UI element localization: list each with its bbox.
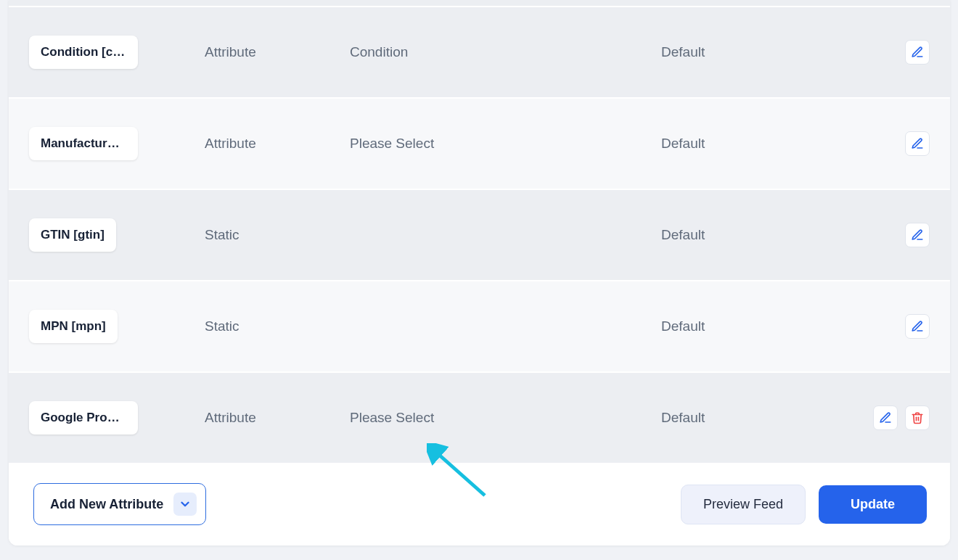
delete-button[interactable] xyxy=(905,405,930,430)
attribute-label-chip: MPN [mpn] xyxy=(29,310,118,343)
pencil-icon xyxy=(911,137,924,150)
attribute-label-chip: Google Product Category xyxy=(29,401,138,435)
mapping-value: Please Select xyxy=(350,410,661,426)
trash-icon xyxy=(911,411,924,424)
source-type: Attribute xyxy=(205,410,350,426)
mapping-value: Condition xyxy=(350,44,661,60)
add-new-attribute-button[interactable]: Add New Attribute xyxy=(33,483,206,525)
attributes-panel: Condition [condition] Attribute Conditio… xyxy=(9,0,950,545)
pencil-icon xyxy=(911,46,924,59)
attribute-label-chip: GTIN [gtin] xyxy=(29,218,116,252)
attribute-row: GTIN [gtin] Static Default xyxy=(9,190,950,281)
source-type: Attribute xyxy=(205,44,350,60)
source-type: Static xyxy=(205,318,350,334)
pencil-icon xyxy=(911,228,924,242)
edit-button[interactable] xyxy=(905,131,930,156)
edit-button[interactable] xyxy=(873,405,898,430)
mapping-value: Please Select xyxy=(350,136,661,152)
edit-button[interactable] xyxy=(905,223,930,247)
attribute-label-chip: Manufacturer Name xyxy=(29,127,138,160)
output-type: Default xyxy=(661,44,864,60)
edit-button[interactable] xyxy=(905,314,930,339)
chevron-down-icon xyxy=(173,493,197,516)
attribute-label-chip: Condition [condition] xyxy=(29,36,138,69)
attribute-row: Condition [condition] Attribute Conditio… xyxy=(9,7,950,99)
row-stub xyxy=(9,0,950,7)
add-new-attribute-label: Add New Attribute xyxy=(50,497,163,512)
pencil-icon xyxy=(911,320,924,333)
output-type: Default xyxy=(661,136,864,152)
update-button[interactable]: Update xyxy=(819,485,927,524)
output-type: Default xyxy=(661,227,864,243)
attribute-row: Google Product Category Attribute Please… xyxy=(9,373,950,464)
source-type: Attribute xyxy=(205,136,350,152)
pencil-icon xyxy=(879,411,892,424)
source-type: Static xyxy=(205,227,350,243)
attribute-row: Manufacturer Name Attribute Please Selec… xyxy=(9,99,950,190)
footer-bar: Add New Attribute Preview Feed Update xyxy=(9,464,950,545)
output-type: Default xyxy=(661,410,864,426)
output-type: Default xyxy=(661,318,864,334)
edit-button[interactable] xyxy=(905,40,930,65)
preview-feed-button[interactable]: Preview Feed xyxy=(681,485,806,524)
attribute-row: MPN [mpn] Static Default xyxy=(9,281,950,373)
